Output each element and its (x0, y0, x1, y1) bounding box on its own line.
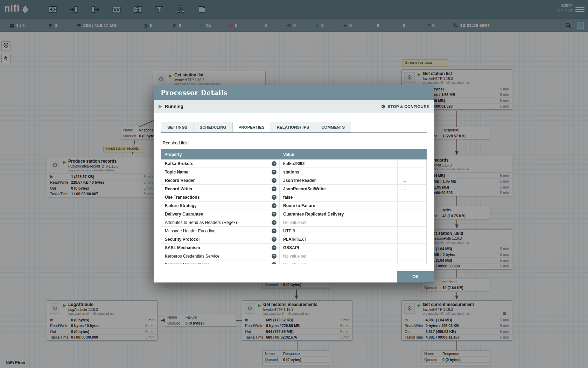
property-value: No value set (280, 252, 398, 260)
help-icon[interactable] (272, 203, 276, 208)
property-name: Record Writer (165, 186, 192, 191)
dialog-header: Processor Details (154, 85, 434, 100)
property-name: Delivery Guarantee (165, 212, 203, 217)
help-icon[interactable] (272, 178, 276, 183)
property-row[interactable]: SASL MechanismGSSAPI (161, 244, 426, 252)
property-row[interactable]: Security ProtocolPLAINTEXT (161, 235, 426, 244)
help-icon[interactable] (272, 245, 276, 250)
property-row[interactable]: Message Header EncodingUTF-8 (161, 227, 426, 235)
property-value: Guarantee Replicated Delivery (280, 210, 398, 218)
help-icon[interactable] (272, 212, 276, 217)
help-icon[interactable] (272, 220, 276, 225)
tab-properties[interactable]: PROPERTIES (232, 122, 271, 132)
go-to-service-icon[interactable]: → (402, 186, 407, 192)
property-row[interactable]: Topic Namestations (161, 168, 426, 176)
property-row[interactable]: Kerberos Service NameNo value set (161, 260, 426, 264)
property-value: No value set (280, 260, 398, 264)
gear-icon: ⚙ (381, 104, 386, 109)
property-value: JsonTreeReader (280, 176, 398, 184)
dialog-status-bar: Running ⚙STOP & CONFIGURE (154, 100, 434, 113)
help-icon[interactable] (272, 262, 276, 265)
property-value: kafka:9092 (280, 159, 398, 168)
tab-scheduling[interactable]: SCHEDULING (194, 122, 232, 132)
property-name: Record Reader (165, 178, 195, 183)
property-name: Kerberos Credentials Service (165, 254, 219, 259)
property-value: PLAINTEXT (280, 235, 398, 243)
property-value: false (280, 193, 398, 201)
property-name: SASL Mechanism (165, 245, 200, 250)
help-icon[interactable] (272, 237, 276, 242)
column-header-property: Property (161, 152, 280, 157)
properties-table-header: Property Value (161, 149, 427, 159)
property-value: JsonRecordSetWriter (280, 185, 398, 193)
processor-details-dialog: Processor Details Running ⚙STOP & CONFIG… (154, 85, 434, 282)
property-value: stations (280, 168, 398, 176)
property-row[interactable]: Kafka Brokerskafka:9092 (161, 159, 426, 168)
tab-comments[interactable]: COMMENTS (315, 122, 351, 132)
property-name: Failure Strategy (165, 203, 197, 208)
stop-and-configure-label: STOP & CONFIGURE (388, 104, 429, 109)
help-icon[interactable] (272, 161, 276, 166)
dialog-title: Processor Details (161, 89, 227, 96)
property-name: Use Transactions (165, 195, 200, 200)
property-name: Attributes to Send as Headers (Regex) (165, 220, 237, 225)
go-to-service-icon[interactable]: → (402, 178, 407, 183)
help-icon[interactable] (272, 170, 276, 175)
ok-button[interactable]: OK (397, 271, 434, 282)
property-row[interactable]: Record ReaderJsonTreeReader→ (161, 176, 426, 185)
dialog-tabs: SETTINGS SCHEDULING PROPERTIES RELATIONS… (161, 122, 427, 133)
property-value: No value set (280, 218, 398, 226)
property-row[interactable]: Kerberos Credentials ServiceNo value set (161, 252, 426, 260)
property-name: Kafka Brokers (165, 161, 193, 166)
required-field-note: Required field (163, 141, 189, 145)
property-name: Kerberos Service Name (165, 262, 209, 265)
property-value: Route to Failure (280, 202, 398, 210)
property-name: Message Header Encoding (165, 229, 216, 233)
property-row[interactable]: Record WriterJsonRecordSetWriter→ (161, 185, 426, 193)
properties-table-body: Kafka Brokerskafka:9092 Topic Namestatio… (161, 159, 427, 264)
property-name: Topic Name (165, 170, 188, 175)
property-row[interactable]: Delivery GuaranteeGuarantee Replicated D… (161, 210, 426, 218)
tab-relationships[interactable]: RELATIONSHIPS (271, 122, 315, 132)
run-status-text: Running (165, 104, 183, 109)
help-icon[interactable] (272, 229, 276, 233)
help-icon[interactable] (272, 195, 276, 200)
property-name: Security Protocol (165, 237, 200, 242)
help-icon[interactable] (272, 254, 276, 259)
property-row[interactable]: Failure StrategyRoute to Failure (161, 202, 426, 210)
properties-table: Property Value Kafka Brokerskafka:9092 T… (161, 149, 427, 264)
tab-settings[interactable]: SETTINGS (161, 122, 194, 132)
help-icon[interactable] (272, 186, 276, 191)
property-row[interactable]: Use Transactionsfalse (161, 193, 426, 202)
property-row[interactable]: Attributes to Send as Headers (Regex)No … (161, 218, 426, 227)
property-value: GSSAPI (280, 244, 398, 252)
running-status-icon (159, 104, 162, 109)
property-value: UTF-8 (280, 227, 398, 235)
column-header-value: Value (280, 152, 427, 157)
stop-and-configure-button[interactable]: ⚙STOP & CONFIGURE (381, 104, 429, 109)
